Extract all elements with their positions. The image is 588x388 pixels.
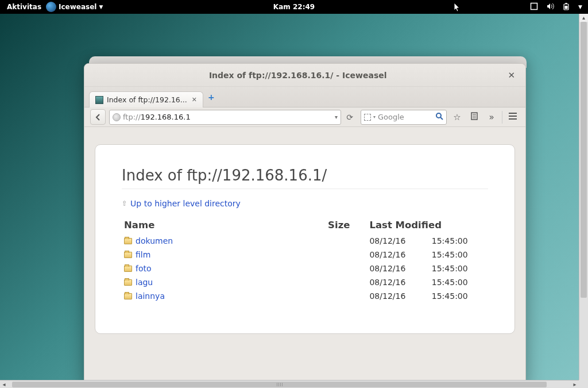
window-icon[interactable] <box>530 2 538 12</box>
file-time: 15:45:00 <box>424 289 488 303</box>
folder-link[interactable]: film <box>136 250 150 259</box>
scroll-thumb-vertical[interactable] <box>581 22 587 298</box>
file-time: 15:45:00 <box>424 248 488 262</box>
svg-line-5 <box>440 117 443 120</box>
bookmarks-list-button[interactable] <box>467 112 481 122</box>
tab-strip: Index of ftp://192.16... ✕ + <box>84 87 525 107</box>
new-tab-button[interactable]: + <box>208 93 215 102</box>
folder-icon <box>124 279 132 286</box>
gnome-topbar: Aktivitas Iceweasel ▼ Kam 22:49 ▼ <box>0 0 588 14</box>
back-button[interactable] <box>90 109 106 125</box>
file-date: 08/12/16 <box>367 275 423 289</box>
svg-rect-2 <box>566 3 567 4</box>
toolbar-separator <box>502 111 502 124</box>
window-titlebar[interactable]: Index of ftp://192.168.16.1/ - Iceweasel… <box>84 64 525 87</box>
column-header-modified[interactable]: Last Modified <box>367 216 488 234</box>
chevron-down-icon: ▼ <box>99 4 103 10</box>
up-arrow-icon: ⇧ <box>122 199 127 208</box>
url-dropdown-icon[interactable]: ▾ <box>335 114 338 120</box>
table-row: lainnya08/12/1615:45:00 <box>122 289 488 303</box>
table-row: film08/12/1615:45:00 <box>122 248 488 262</box>
reload-button[interactable]: ⟳ <box>345 113 355 122</box>
page-heading: Index of ftp://192.168.16.1/ <box>122 167 488 189</box>
file-size <box>323 275 368 289</box>
file-size <box>323 289 368 303</box>
desktop-scrollbar-vertical[interactable]: ▴ <box>579 14 588 380</box>
url-bar[interactable]: ftp://192.168.16.1 ▾ <box>109 110 341 125</box>
scroll-up-icon[interactable]: ▴ <box>579 14 588 22</box>
battery-icon[interactable] <box>562 2 570 12</box>
file-time: 15:45:00 <box>424 275 488 289</box>
url-protocol: ftp:// <box>123 113 141 121</box>
hamburger-menu-button[interactable] <box>506 112 520 122</box>
tab-close-button[interactable]: ✕ <box>192 96 197 103</box>
bookmark-star-button[interactable]: ☆ <box>450 112 464 122</box>
navigation-bar: ftp://192.168.16.1 ▾ ⟳ ▾ Google ☆ » <box>84 107 525 127</box>
file-size <box>323 234 368 248</box>
folder-link[interactable]: foto <box>136 264 152 273</box>
page-viewport: Index of ftp://192.168.16.1/ ⇧ Up to hig… <box>84 127 525 386</box>
parent-directory-link[interactable]: ⇧ Up to higher level directory <box>122 199 241 208</box>
table-row: dokumen08/12/1615:45:00 <box>122 234 488 248</box>
column-header-name[interactable]: Name <box>122 216 323 234</box>
folder-icon <box>124 252 132 258</box>
file-date: 08/12/16 <box>367 248 423 262</box>
table-row: lagu08/12/1615:45:00 <box>122 275 488 289</box>
search-placeholder: Google <box>378 113 404 121</box>
file-date: 08/12/16 <box>367 289 423 303</box>
active-app-indicator[interactable]: Iceweasel ▼ <box>46 2 103 12</box>
window-title: Index of ftp://192.168.16.1/ - Iceweasel <box>91 71 504 80</box>
search-engine-icon[interactable] <box>364 114 371 121</box>
scroll-left-icon[interactable]: ◂ <box>0 381 8 387</box>
search-engine-chevron-icon[interactable]: ▾ <box>373 114 376 120</box>
file-time: 15:45:00 <box>424 262 488 275</box>
directory-listing-card: Index of ftp://192.168.16.1/ ⇧ Up to hig… <box>95 144 515 334</box>
search-bar[interactable]: ▾ Google <box>361 110 447 125</box>
overflow-button[interactable]: » <box>485 112 498 122</box>
scroll-right-icon[interactable]: ▸ <box>571 381 579 387</box>
column-header-size[interactable]: Size <box>323 216 368 234</box>
tab-favicon-icon <box>95 96 103 104</box>
mouse-cursor <box>454 2 462 14</box>
scroll-corner <box>579 380 588 388</box>
browser-window: Index of ftp://192.168.16.1/ - Iceweasel… <box>84 63 526 386</box>
folder-icon <box>124 293 132 299</box>
tab-title: Index of ftp://192.16... <box>107 95 187 104</box>
file-size <box>323 248 368 262</box>
site-identity-icon[interactable] <box>113 113 121 121</box>
iceweasel-icon <box>46 2 56 12</box>
scroll-thumb-horizontal[interactable] <box>12 382 547 387</box>
activities-button[interactable]: Aktivitas <box>7 3 41 11</box>
system-menu-chevron-icon[interactable]: ▼ <box>578 4 582 10</box>
svg-point-4 <box>436 113 441 118</box>
browser-tab[interactable]: Index of ftp://192.16... ✕ <box>89 91 203 107</box>
parent-directory-label: Up to higher level directory <box>130 199 241 208</box>
desktop-scrollbar-horizontal[interactable]: ◂ ▸ <box>0 380 579 388</box>
clock-label[interactable]: Kam 22:49 <box>273 3 315 11</box>
folder-icon <box>124 266 132 272</box>
url-host: 192.168.16.1 <box>141 113 191 121</box>
folder-link[interactable]: dokumen <box>136 236 173 245</box>
file-time: 15:45:00 <box>424 234 488 248</box>
svg-rect-3 <box>565 6 568 9</box>
active-app-label: Iceweasel <box>59 3 96 11</box>
folder-icon <box>124 238 132 244</box>
window-close-button[interactable]: ✕ <box>504 68 519 83</box>
file-table: Name Size Last Modified dokumen08/12/161… <box>122 216 488 303</box>
volume-icon[interactable] <box>546 2 554 12</box>
search-submit-icon[interactable] <box>435 112 443 122</box>
table-row: foto08/12/1615:45:00 <box>122 262 488 275</box>
folder-link[interactable]: lagu <box>136 278 153 287</box>
svg-rect-0 <box>531 3 537 9</box>
folder-link[interactable]: lainnya <box>136 291 165 301</box>
file-size <box>323 262 368 275</box>
file-date: 08/12/16 <box>367 234 423 248</box>
file-date: 08/12/16 <box>367 262 423 275</box>
